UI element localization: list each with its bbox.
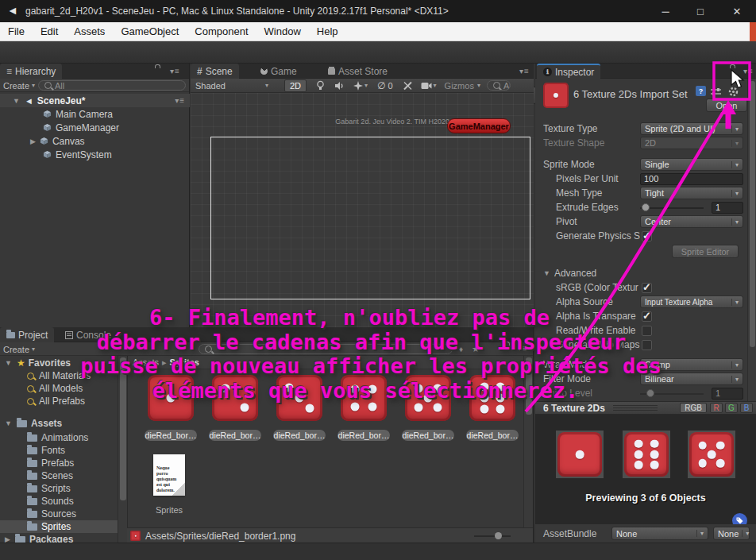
maximize-button[interactable]: □	[683, 0, 718, 22]
folder-animations[interactable]: Animations	[0, 431, 118, 444]
channel-rgb-button[interactable]: RGB	[680, 403, 707, 413]
presets-icon[interactable]	[711, 87, 721, 96]
sprite-editor-button[interactable]: Sprite Editor	[672, 245, 739, 258]
sprite-label[interactable]: dieRed_bor…	[402, 430, 454, 441]
folder-sprites-selected[interactable]: Sprites	[0, 520, 118, 533]
hierarchy-scene-row[interactable]: ▼ ◄ SceneJeu* ▾≡	[0, 94, 190, 107]
row-texture-type: Texture Type Sprite (2D and UI)▾	[543, 122, 743, 136]
tab-scene[interactable]: # Scene	[191, 64, 239, 79]
menu-assets[interactable]: Assets	[66, 22, 113, 41]
sprite-label[interactable]: dieRed_bor…	[338, 430, 390, 441]
project-create-dropdown[interactable]: Create▾	[3, 344, 35, 354]
tab-inspector[interactable]: ℹ Inspector	[537, 64, 600, 79]
alpha-transparency-checkbox[interactable]	[642, 311, 652, 322]
sprite-label[interactable]: dieRed_bor…	[209, 430, 261, 441]
favorite-all-models[interactable]: All Models	[0, 382, 118, 395]
menu-help[interactable]: Help	[309, 22, 346, 41]
camera-dropdown-icon[interactable]: ▾	[421, 82, 437, 90]
menu-file[interactable]: File	[0, 22, 33, 41]
generate-physics-checkbox[interactable]	[642, 231, 652, 241]
hierarchy-search-input[interactable]: All	[38, 80, 186, 91]
assetbundle-variant-dropdown[interactable]: None▾	[713, 527, 750, 540]
assetbundle-dropdown[interactable]: None▾	[611, 527, 708, 540]
canvas-bounds-rect	[210, 137, 530, 299]
tab-asset-store[interactable]: Asset Store	[322, 64, 394, 79]
thumbnail-zoom-slider[interactable]	[474, 535, 511, 537]
foldout-closed-icon[interactable]: ▶	[30, 137, 36, 145]
srgb-checkbox[interactable]	[642, 283, 652, 293]
folder-sources[interactable]: Sources	[0, 508, 118, 520]
pivot-dropdown[interactable]: Center▾	[640, 215, 743, 228]
hierarchy-panel-menu-icon[interactable]: ▾≡	[170, 67, 180, 75]
hierarchy-item-main-camera[interactable]: Main Camera	[0, 107, 190, 121]
open-button[interactable]: Open	[706, 98, 747, 112]
menu-window[interactable]: Window	[256, 22, 309, 41]
scene-search-input[interactable]: Al	[487, 80, 511, 91]
folder-fonts[interactable]: Fonts	[0, 444, 118, 457]
gear-icon[interactable]	[728, 87, 739, 97]
aniso-level-value[interactable]: 1	[712, 388, 743, 400]
text-asset-label[interactable]: Sprites	[156, 505, 183, 515]
close-button[interactable]: ✕	[718, 0, 756, 22]
shading-mode-dropdown[interactable]: Shaded▾	[191, 81, 273, 91]
tab-game[interactable]: Game	[254, 64, 303, 79]
advanced-foldout[interactable]: ▼ Advanced	[543, 266, 743, 280]
read-write-checkbox[interactable]	[642, 326, 652, 336]
lighting-toggle-icon[interactable]	[316, 80, 325, 91]
hidden-objects-toggle[interactable]: ∅ 0	[377, 80, 393, 91]
sprite-label[interactable]: dieRed_bor…	[273, 430, 326, 441]
favorite-all-prefabs[interactable]: All Prefabs	[0, 395, 118, 407]
thumbnail-zoom-slider-knob[interactable]	[495, 532, 502, 539]
scene-grid-icon: #	[197, 66, 202, 77]
folder-scripts[interactable]: Scripts	[0, 482, 118, 495]
assets-root-folder[interactable]: ▼ Assets	[0, 417, 118, 430]
channel-r-button[interactable]: R	[710, 403, 723, 413]
inspector-scrollbar[interactable]	[747, 79, 756, 401]
inspector-panel-menu-icon[interactable]: ▾≡	[743, 67, 754, 75]
foldout-open-icon[interactable]: ▼	[13, 97, 20, 105]
hierarchy-item-eventsystem[interactable]: EventSystem	[0, 148, 190, 161]
scene-row-menu-icon[interactable]: ▾≡	[175, 96, 185, 105]
mip-maps-checkbox[interactable]	[642, 340, 652, 350]
unity-scene-icon: ◄	[25, 96, 33, 106]
gamemanager-scene-badge[interactable]: GameManager	[447, 118, 511, 133]
scene-tools-icon[interactable]	[403, 81, 413, 91]
effects-dropdown-icon[interactable]: ▾	[353, 81, 368, 91]
hierarchy-icon: ≡	[6, 66, 12, 77]
sprite-label[interactable]: dieRed_bor…	[466, 430, 519, 441]
hierarchy-create-dropdown[interactable]: Create▾	[3, 80, 35, 91]
channel-b-button[interactable]: B	[740, 403, 753, 413]
menu-gameobject[interactable]: GameObject	[113, 22, 187, 41]
sprite-label[interactable]: dieRed_bor…	[145, 430, 197, 441]
project-tree-scrollbar[interactable]	[118, 356, 127, 543]
gizmos-dropdown[interactable]: Gizmos▾	[445, 81, 480, 91]
help-icon[interactable]: ?	[696, 86, 706, 96]
unity-logo-icon: ◄	[7, 4, 18, 17]
audio-toggle-icon[interactable]	[334, 81, 344, 91]
hierarchy-item-gamemanager[interactable]: GameManager	[0, 121, 190, 134]
folder-prefabs[interactable]: Prefabs	[0, 457, 118, 469]
scene-panel-menu-icon[interactable]: ▾≡	[519, 67, 530, 75]
folder-scenes[interactable]: Scenes	[0, 469, 118, 482]
pixels-per-unit-field[interactable]: 100	[640, 173, 743, 185]
tab-project[interactable]: Project	[0, 327, 54, 342]
extrude-edges-value[interactable]: 1	[712, 202, 743, 214]
menu-component[interactable]: Component	[187, 22, 256, 41]
alpha-source-dropdown[interactable]: Input Texture Alpha▾	[640, 295, 743, 308]
mesh-type-dropdown[interactable]: Tight▾	[640, 187, 743, 199]
2d-toggle-button[interactable]: 2D	[284, 79, 307, 92]
preview-header[interactable]: 6 Texture 2Ds RGB R G B	[535, 401, 756, 415]
channel-g-button[interactable]: G	[725, 403, 738, 413]
preview-drag-handle[interactable]	[613, 405, 658, 411]
project-status-bar: Assets/Sprites/dieRed_border1.png	[127, 527, 533, 543]
sprite-mode-dropdown[interactable]: Single▾	[640, 158, 743, 171]
texture-type-dropdown[interactable]: Sprite (2D and UI)▾	[640, 122, 743, 135]
row-sprite-mode: Sprite Mode Single▾	[543, 157, 743, 172]
tab-hierarchy[interactable]: ≡ Hierarchy	[0, 64, 62, 79]
minimize-button[interactable]: ─	[648, 0, 683, 22]
folder-sounds[interactable]: Sounds	[0, 495, 118, 508]
text-asset-icon[interactable]: Neque porro quisquam est qui dolorem.	[153, 454, 185, 496]
hierarchy-item-canvas[interactable]: ▶ Canvas	[0, 134, 190, 148]
scene-viewport[interactable]: Gabarit 2d. Jeu Video 2. TIM H2020. vers…	[191, 93, 534, 327]
menu-edit[interactable]: Edit	[33, 22, 66, 41]
